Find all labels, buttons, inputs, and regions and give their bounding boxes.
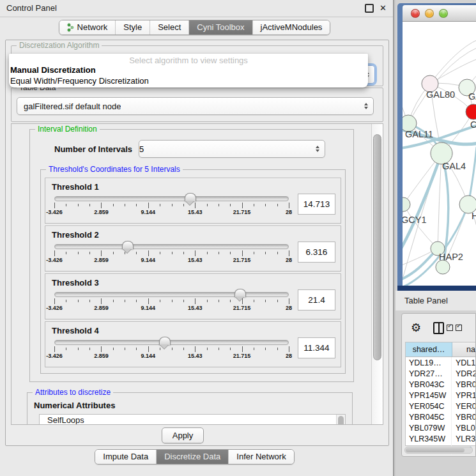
slider-thumb[interactable]: [159, 337, 171, 345]
table-row[interactable]: YER054CYER0: [406, 401, 476, 411]
table-row[interactable]: YDL19…YDL1: [406, 357, 476, 368]
tick-mark: [230, 348, 231, 350]
cyni-toolbox-content: Discretization Algorithm Table Data galF…: [5, 40, 389, 446]
tick-mark: [207, 252, 208, 254]
tick-mark: [160, 252, 160, 254]
threshold-slider[interactable]: -3.4262.8599.14415.4321.71528: [54, 337, 289, 362]
tick-mark: [136, 252, 137, 254]
threshold-value-field[interactable]: 6.316: [298, 242, 335, 263]
settings-scrollbar-thumb[interactable]: [373, 134, 381, 360]
thresholds-group: Threshold's Coordinates for 5 Intervals …: [40, 169, 346, 374]
tick-mark: [254, 348, 254, 350]
column-layout-icon[interactable]: [433, 322, 444, 334]
tab-infer-network[interactable]: Infer Network: [228, 450, 293, 464]
network-edge[interactable]: [430, 40, 476, 84]
tick-label: 21.715: [233, 305, 251, 311]
select-all-checkbox-icon[interactable]: [456, 325, 462, 331]
table-header-name[interactable]: na: [452, 342, 476, 357]
network-node[interactable]: [403, 197, 410, 211]
tick-mark: [219, 348, 219, 350]
float-window-icon[interactable]: [365, 4, 374, 13]
threshold-value-field[interactable]: 14.713: [298, 194, 335, 215]
tab-style[interactable]: Style: [115, 20, 150, 35]
tab-jactivemnodules[interactable]: jActiveMNodules: [252, 20, 330, 35]
number-of-intervals-row: Number of Intervals 5: [36, 140, 347, 158]
cell-name: YDR2: [452, 368, 476, 379]
tick-mark: [66, 204, 66, 206]
algorithm-option-equal-width-frequency-discretization[interactable]: Equal Width/Frequency Discretization: [9, 76, 368, 87]
threshold-slider[interactable]: -3.4262.8599.14415.4321.71528: [54, 193, 289, 219]
mac-zoom-button[interactable]: [439, 9, 448, 18]
cell-name: YLR3: [452, 433, 476, 444]
table-row[interactable]: YLR345WYLR3: [406, 433, 476, 444]
close-icon[interactable]: ✕: [380, 5, 387, 12]
select-checkbox-icon[interactable]: [447, 325, 453, 331]
number-of-intervals-combo[interactable]: 5: [139, 140, 325, 158]
tick-mark: [219, 300, 219, 302]
tick-mark: [277, 300, 278, 302]
combo-arrows-icon: [364, 101, 368, 111]
mac-close-button[interactable]: [411, 9, 420, 18]
settings-vertical-scrollbar[interactable]: [371, 124, 383, 424]
tick-mark: [289, 298, 289, 304]
tick-label: 28: [286, 257, 292, 263]
tick-label: 28: [286, 353, 292, 359]
table-row[interactable]: YPR145WYPR1: [406, 390, 476, 401]
attributes-group-title: Attributes to discretize: [33, 388, 113, 397]
tick-mark: [113, 204, 114, 206]
tick-mark: [254, 300, 254, 302]
algorithm-option-manual-discretization[interactable]: Manual Discretization: [9, 65, 368, 76]
threshold-slider[interactable]: -3.4262.8599.14415.4321.71528: [54, 289, 289, 314]
mac-minimize-button[interactable]: [425, 9, 434, 18]
slider-track[interactable]: [54, 244, 289, 249]
tick-label: 15.43: [188, 209, 203, 215]
tick-mark: [78, 204, 79, 206]
tab-select[interactable]: Select: [150, 20, 188, 35]
slider-thumb[interactable]: [185, 193, 196, 201]
numerical-attributes-list[interactable]: SelfLoopsTopologicalCoefficientBetweenne…: [39, 414, 346, 424]
slider-thumb[interactable]: [122, 241, 134, 249]
slider-track[interactable]: [54, 196, 289, 201]
bottom-tabstrip: Impute DataDiscretize DataInfer Network: [95, 449, 294, 464]
algorithm-placeholder-option[interactable]: Select algorithm to view settings: [9, 56, 368, 65]
slider-track[interactable]: [54, 340, 289, 345]
number-of-intervals-label: Number of Intervals: [54, 144, 132, 154]
network-node[interactable]: [436, 260, 450, 274]
apply-button[interactable]: Apply: [162, 427, 204, 443]
attributes-scrollbar-thumb[interactable]: [338, 416, 344, 424]
network-canvas[interactable]: GAL80GACGAL11GAL4GCY1HHAP2: [403, 22, 476, 286]
threshold-value-field[interactable]: 11.344: [298, 337, 335, 358]
table-row[interactable]: YBR043CYBR0: [406, 379, 476, 390]
table-horizontal-scrollbar[interactable]: [404, 447, 473, 454]
tick-label: -3.426: [46, 209, 63, 215]
slider-tick-labels: -3.4262.8599.14415.4321.71528: [54, 305, 289, 312]
tick-mark: [66, 252, 66, 254]
attribute-item-selfloops[interactable]: SelfLoops: [40, 415, 345, 424]
table-row[interactable]: YBL079WYBL0: [406, 422, 476, 433]
tick-mark: [195, 298, 196, 304]
table-row[interactable]: YDR27…YDR2: [406, 368, 476, 379]
slider-track[interactable]: [54, 292, 289, 297]
threshold-slider[interactable]: -3.4262.8599.14415.4321.71528: [54, 241, 289, 266]
attributes-scrollbar[interactable]: [336, 415, 345, 424]
table-header-shared-name[interactable]: shared…: [406, 342, 452, 357]
tab-discretize-data[interactable]: Discretize Data: [156, 450, 228, 464]
tab-impute-data[interactable]: Impute Data: [95, 450, 156, 464]
table-scrollbar-thumb[interactable]: [406, 448, 464, 452]
tab-network[interactable]: Network: [59, 20, 116, 35]
tick-mark: [54, 250, 55, 256]
slider-tick-labels: -3.4262.8599.14415.4321.71528: [54, 353, 289, 360]
threshold-value-field[interactable]: 21.4: [298, 289, 335, 311]
table-row[interactable]: YBR045CYBR0: [406, 411, 476, 422]
table-data-combo[interactable]: galFiltered.sif default node: [17, 97, 374, 115]
tick-mark: [183, 348, 184, 350]
network-node-label: GAL4: [442, 161, 466, 171]
gear-icon[interactable]: ⚙: [411, 322, 421, 334]
tick-label: -3.426: [46, 305, 63, 311]
tick-mark: [277, 204, 278, 206]
tick-mark: [265, 300, 266, 302]
tab-cyni-toolbox[interactable]: Cyni Toolbox: [188, 20, 252, 35]
threshold-block: Threshold 1 -3.4262.8599.14415.4321.7152…: [45, 178, 341, 224]
network-edge[interactable]: [438, 153, 441, 249]
slider-thumb[interactable]: [234, 289, 246, 297]
